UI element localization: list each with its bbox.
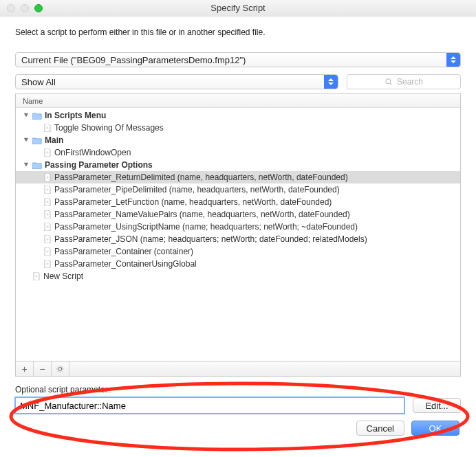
script-label: Toggle Showing Of Messages [54, 123, 164, 133]
ok-button[interactable]: OK [411, 421, 459, 436]
folder-label: In Scripts Menu [45, 111, 106, 120]
remove-button[interactable]: − [34, 361, 52, 376]
script-label: PassParameter_ContainerUsingGlobal [54, 259, 197, 269]
script-icon [43, 198, 52, 206]
search-placeholder: Search [397, 77, 423, 87]
tree-script[interactable]: PassParameter_ReturnDelimited (name, hea… [16, 171, 460, 183]
filter-dropdown-label: Show All [21, 77, 56, 87]
search-field[interactable]: Search [347, 74, 461, 89]
column-name: Name [23, 97, 43, 105]
script-icon [32, 272, 41, 280]
script-icon [43, 260, 52, 268]
svg-line-10 [57, 366, 58, 367]
list-toolbar: + − [15, 361, 461, 377]
script-icon [43, 235, 52, 243]
param-label: Optional script parameter: [15, 385, 461, 394]
script-icon [43, 210, 52, 219]
tree-script[interactable]: PassParameter_PipeDelimited (name, headq… [16, 183, 460, 196]
svg-point-5 [58, 367, 61, 370]
script-icon [43, 247, 52, 256]
disclosure-triangle-icon[interactable] [23, 137, 30, 144]
tree-script[interactable]: PassParameter_Container (container) [16, 245, 460, 258]
tree-script[interactable]: PassParameter_LetFunction (name, headqua… [16, 196, 460, 208]
minus-icon: − [39, 364, 45, 375]
disclosure-triangle-icon[interactable] [23, 161, 30, 168]
script-icon [43, 186, 52, 194]
svg-point-0 [386, 79, 391, 84]
tree-script[interactable]: OnFirstWindowOpen [16, 146, 460, 159]
instruction-text: Select a script to perform either in thi… [15, 27, 461, 37]
gear-icon [56, 365, 65, 373]
list-header[interactable]: Name [16, 94, 460, 108]
script-label: PassParameter_JSON (name; headquarters; … [54, 234, 367, 244]
folder-icon [32, 137, 42, 144]
file-dropdown[interactable]: Current File ("BEG09_PassingParametersDe… [15, 52, 461, 67]
script-label: PassParameter_Container (container) [54, 247, 193, 256]
script-tree[interactable]: In Scripts Menu Toggle Showing Of Messag… [16, 108, 460, 361]
script-label: OnFirstWindowOpen [54, 148, 131, 157]
folder-label: Passing Parameter Options [45, 160, 153, 170]
script-icon [43, 173, 52, 181]
script-label: PassParameter_PipeDelimited (name, headq… [54, 185, 340, 194]
svg-marker-3 [24, 138, 28, 142]
script-label: PassParameter_NameValuePairs (name, head… [54, 210, 350, 219]
script-label: PassParameter_UsingScriptName (name; hea… [54, 222, 358, 232]
dropdown-stepper-icon [324, 75, 338, 89]
add-button[interactable]: + [16, 361, 34, 376]
svg-line-13 [57, 370, 58, 371]
script-list: Name In Scripts Menu Toggle Showing Of M… [15, 93, 461, 361]
script-label: New Script [43, 271, 83, 281]
script-icon [43, 223, 52, 231]
action-menu-button[interactable] [52, 361, 69, 376]
tree-script[interactable]: Toggle Showing Of Messages [16, 122, 460, 134]
tree-script[interactable]: New Script [16, 270, 460, 282]
svg-line-12 [61, 366, 62, 367]
plus-icon: + [21, 364, 27, 375]
folder-icon [32, 112, 42, 120]
script-icon [43, 124, 52, 132]
dropdown-stepper-icon [446, 53, 460, 67]
folder-label: Main [45, 135, 63, 145]
svg-marker-4 [24, 163, 28, 167]
script-label: PassParameter_ReturnDelimited (name, hea… [54, 172, 348, 182]
script-label: PassParameter_LetFunction (name, headqua… [54, 197, 332, 207]
search-icon [385, 78, 393, 86]
tree-script[interactable]: PassParameter_UsingScriptName (name; hea… [16, 221, 460, 233]
tree-folder[interactable]: In Scripts Menu [16, 109, 460, 122]
svg-line-11 [61, 370, 62, 371]
script-parameter-input[interactable] [15, 397, 404, 414]
title-bar: Specify Script [0, 0, 476, 16]
disclosure-triangle-icon[interactable] [23, 112, 30, 119]
window-title: Specify Script [0, 3, 476, 13]
svg-marker-2 [24, 113, 28, 118]
tree-folder[interactable]: Main [16, 134, 460, 146]
filter-dropdown[interactable]: Show All [15, 74, 338, 89]
tree-script[interactable]: PassParameter_NameValuePairs (name, head… [16, 208, 460, 221]
file-dropdown-label: Current File ("BEG09_PassingParametersDe… [21, 55, 246, 65]
folder-icon [32, 161, 42, 169]
tree-script[interactable]: PassParameter_ContainerUsingGlobal [16, 258, 460, 270]
script-icon [43, 148, 52, 157]
tree-script[interactable]: PassParameter_JSON (name; headquarters; … [16, 233, 460, 245]
edit-button[interactable]: Edit... [413, 398, 461, 413]
svg-line-1 [390, 83, 392, 85]
tree-folder[interactable]: Passing Parameter Options [16, 159, 460, 171]
cancel-button[interactable]: Cancel [356, 421, 404, 436]
